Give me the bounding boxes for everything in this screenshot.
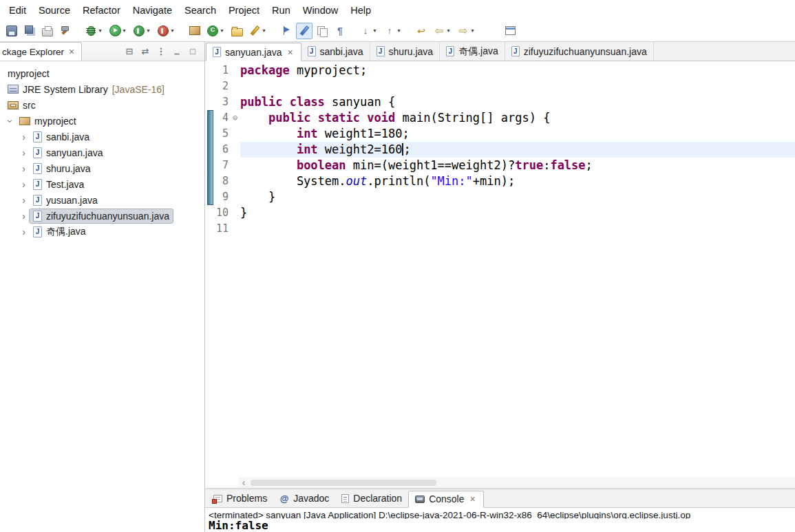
code-line-4[interactable]: 4 public static void main(String[] args)… [205, 110, 795, 126]
back-button[interactable] [431, 23, 454, 39]
close-icon[interactable] [286, 47, 295, 57]
restore-editor-button[interactable] [502, 23, 518, 39]
run-button[interactable] [107, 23, 129, 39]
tree-item-sanbi-java[interactable]: sanbi.java [0, 129, 204, 145]
dropdown-arrow-icon[interactable] [145, 28, 151, 34]
maximize-icon[interactable] [187, 45, 199, 56]
new-class-button[interactable] [204, 23, 227, 39]
chevron-collapsed-icon[interactable] [18, 180, 30, 189]
dropdown-arrow-icon[interactable] [372, 28, 378, 34]
code-line-8[interactable]: 8 System.out.println("Min:"+min); [205, 173, 795, 189]
dropdown-arrow-icon[interactable] [445, 28, 452, 34]
build-all-button[interactable] [57, 23, 74, 39]
code-line-5[interactable]: 5 int weight1=180; [205, 126, 795, 142]
code-token: +min); [473, 174, 515, 188]
menu-item-search[interactable]: Search [178, 3, 222, 18]
previous-annotation-button[interactable] [381, 23, 404, 39]
menu-item-refactor[interactable]: Refactor [76, 3, 127, 18]
code-line-3[interactable]: 3public class sanyuan { [205, 94, 795, 110]
tree-item-myproject[interactable]: myproject [0, 65, 204, 81]
editor-tab-奇偶-java[interactable]: 奇偶.java [440, 42, 505, 61]
show-whitespace-button[interactable] [332, 23, 348, 39]
chevron-collapsed-icon[interactable] [18, 211, 30, 221]
dropdown-arrow-icon[interactable] [169, 28, 176, 34]
package-explorer-tab[interactable]: ckage Explorer [0, 42, 82, 61]
search-button[interactable] [278, 23, 295, 39]
code-token: public [268, 111, 310, 125]
editor-tab-label: sanyuan.java [225, 47, 282, 58]
dropdown-arrow-icon[interactable] [97, 28, 103, 34]
fold-collapse-icon[interactable] [230, 110, 240, 126]
save-button[interactable] [3, 23, 20, 39]
tree-item-zifuyuzifuchuanyunsuan-java[interactable]: zifuyuzifuchuanyunsuan.java [0, 208, 204, 224]
forward-button[interactable] [455, 23, 478, 39]
code-line-10[interactable]: 10} [205, 205, 795, 221]
dropdown-arrow-icon[interactable] [219, 28, 225, 34]
profile-button[interactable] [155, 23, 178, 39]
editor[interactable]: 1package myproject;23public class sanyua… [205, 61, 795, 488]
tree-item-shuru-java[interactable]: shuru.java [0, 160, 204, 176]
editor-tab-sanyuan-java[interactable]: sanyuan.java [206, 43, 301, 61]
editor-tab-zifuyuzifuchuanyunsuan-java[interactable]: zifuyuzifuchuanyunsuan.java [505, 42, 654, 61]
menu-item-edit[interactable]: Edit [3, 3, 32, 18]
close-icon[interactable] [67, 47, 76, 56]
dropdown-arrow-icon[interactable] [396, 28, 402, 34]
open-folder-button[interactable] [229, 23, 245, 39]
tree-item-src[interactable]: src [0, 97, 204, 113]
last-edit-location-button[interactable] [413, 23, 430, 39]
chevron-collapsed-icon[interactable] [18, 227, 30, 237]
scrollbar-thumb[interactable] [251, 480, 436, 486]
code-line-2[interactable]: 2 [205, 78, 795, 94]
console-tab-problems[interactable]: Problems [207, 490, 273, 507]
next-annotation-button[interactable] [357, 23, 380, 39]
close-icon[interactable] [469, 494, 477, 504]
code-line-6[interactable]: 6 int weight2=160; [205, 142, 795, 158]
scroll-left-icon[interactable] [238, 478, 249, 487]
console-tab-javadoc[interactable]: Javadoc [273, 490, 335, 507]
chevron-collapsed-icon[interactable] [18, 132, 30, 142]
minimize-icon[interactable] [171, 45, 183, 56]
chevron-expanded-icon[interactable] [6, 115, 15, 127]
menu-item-project[interactable]: Project [222, 3, 266, 18]
code-line-1[interactable]: 1package myproject; [205, 63, 795, 78]
horizontal-scrollbar[interactable] [238, 477, 795, 488]
menu-item-window[interactable]: Window [297, 3, 345, 18]
debug-button[interactable] [83, 23, 105, 39]
toggle-mark-occurrences-button[interactable] [296, 23, 312, 39]
dropdown-arrow-icon[interactable] [469, 28, 476, 34]
console-tab-declaration[interactable]: Declaration [335, 490, 408, 507]
menu-item-source[interactable]: Source [32, 3, 76, 18]
code-line-content: public static void main(String[] args) { [240, 110, 795, 126]
code-area[interactable]: 1package myproject;23public class sanyua… [205, 61, 795, 477]
code-line-7[interactable]: 7 boolean min=(weight1==weight2)?true:fa… [205, 158, 795, 173]
tree-item-yusuan-java[interactable]: yusuan.java [0, 192, 204, 208]
tree-item-test-java[interactable]: Test.java [0, 176, 204, 192]
tree-item-jre-system-library[interactable]: JRE System Library [JavaSE-16] [0, 81, 204, 97]
back-icon [433, 25, 445, 37]
collapse-all-icon[interactable] [123, 45, 136, 56]
menu-item-run[interactable]: Run [266, 3, 297, 18]
chevron-collapsed-icon[interactable] [18, 148, 30, 158]
menu-item-navigate[interactable]: Navigate [127, 3, 178, 18]
tree-item-奇偶-java[interactable]: 奇偶.java [0, 224, 204, 240]
print-button[interactable] [39, 23, 56, 39]
dropdown-arrow-icon[interactable] [121, 28, 127, 34]
new-wizard-button[interactable] [246, 23, 269, 39]
menu-item-help[interactable]: Help [344, 3, 377, 18]
code-line-11[interactable]: 11 [205, 221, 795, 237]
compare-button[interactable] [314, 23, 330, 39]
link-with-editor-icon[interactable] [139, 45, 151, 56]
view-menu-icon[interactable] [155, 45, 167, 56]
console-tab-console[interactable]: Console [408, 491, 483, 508]
tree-item-sanyuan-java[interactable]: sanyuan.java [0, 145, 204, 160]
save-all-button[interactable] [21, 23, 38, 39]
coverage-button[interactable] [131, 23, 153, 39]
new-java-project-button[interactable] [187, 23, 203, 39]
dropdown-arrow-icon[interactable] [261, 28, 267, 34]
editor-tab-shuru-java[interactable]: shuru.java [370, 42, 441, 61]
tree-item-myproject[interactable]: myproject [0, 113, 204, 129]
chevron-collapsed-icon[interactable] [18, 164, 30, 173]
code-line-9[interactable]: 9 } [205, 189, 795, 205]
chevron-collapsed-icon[interactable] [18, 195, 30, 205]
editor-tab-sanbi-java[interactable]: sanbi.java [301, 42, 370, 61]
